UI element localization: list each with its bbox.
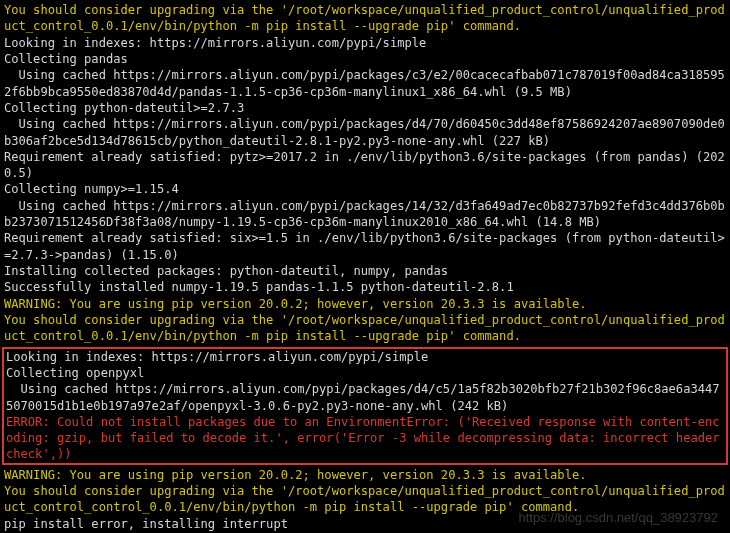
pip-upgrade-note: You should consider upgrading via the '/…	[4, 2, 726, 35]
pip-index-line: Looking in indexes: https://mirrors.aliy…	[4, 35, 726, 51]
pip-upgrade-note-2: You should consider upgrading via the '/…	[4, 312, 726, 345]
pip-cache-openpyxl: Using cached https://mirrors.aliyun.com/…	[6, 381, 724, 414]
pip-collecting-pandas: Collecting pandas	[4, 51, 726, 67]
pip-collecting-dateutil: Collecting python-dateutil>=2.7.3	[4, 100, 726, 116]
pip-upgrade-note-3: You should consider upgrading via the '/…	[4, 483, 726, 516]
pip-success: Successfully installed numpy-1.19.5 pand…	[4, 279, 726, 295]
pip-index-line-2: Looking in indexes: https://mirrors.aliy…	[6, 349, 724, 365]
terminal-output: You should consider upgrading via the '/…	[4, 2, 726, 533]
pip-cache-numpy: Using cached https://mirrors.aliyun.com/…	[4, 198, 726, 231]
pip-warning-2: WARNING: You are using pip version 20.0.…	[4, 467, 726, 483]
script-error-line: pip install error, installing interrupt	[4, 516, 726, 532]
pip-installing: Installing collected packages: python-da…	[4, 263, 726, 279]
pip-warning-1: WARNING: You are using pip version 20.0.…	[4, 296, 726, 312]
pip-collecting-openpyxl: Collecting openpyxl	[6, 365, 724, 381]
error-highlight-box: Looking in indexes: https://mirrors.aliy…	[2, 347, 728, 465]
pip-error-message: ERROR: Could not install packages due to…	[6, 414, 724, 463]
pip-cache-dateutil: Using cached https://mirrors.aliyun.com/…	[4, 116, 726, 149]
pip-cache-pandas: Using cached https://mirrors.aliyun.com/…	[4, 67, 726, 100]
pip-collecting-numpy: Collecting numpy>=1.15.4	[4, 181, 726, 197]
pip-req-six: Requirement already satisfied: six>=1.5 …	[4, 230, 726, 263]
pip-req-pytz: Requirement already satisfied: pytz>=201…	[4, 149, 726, 182]
